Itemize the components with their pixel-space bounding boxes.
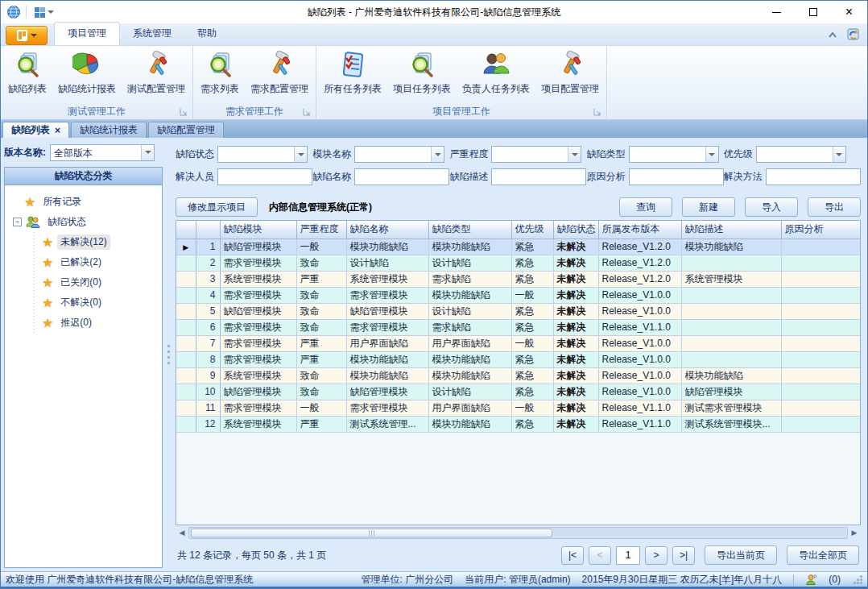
row-selector-cell[interactable] xyxy=(176,351,196,367)
tree-item-已解决(2)[interactable]: ★已解决(2) xyxy=(31,252,159,272)
row-selector-cell[interactable] xyxy=(176,335,196,351)
filter-input-缺陷描述[interactable] xyxy=(491,168,586,185)
cell[interactable]: 模块功能缺陷 xyxy=(428,351,511,367)
doc-tab-缺陷统计报表[interactable]: 缺陷统计报表 xyxy=(71,122,147,138)
doc-tab-缺陷配置管理[interactable]: 缺陷配置管理 xyxy=(148,122,224,138)
ribbon-tab-系统管理[interactable]: 系统管理 xyxy=(120,23,184,45)
cell[interactable]: 未解决 xyxy=(553,384,598,400)
collapse-ribbon-icon[interactable] xyxy=(827,30,838,39)
cell[interactable]: 缺陷管理模块 xyxy=(220,239,296,255)
column-header-所属发布版本[interactable]: 所属发布版本 xyxy=(598,221,681,239)
filter-input-解决人员[interactable] xyxy=(217,168,312,185)
ribbon-button-缺陷统计报表[interactable]: 缺陷统计报表 xyxy=(52,48,122,97)
cell[interactable]: 用户界面缺陷 xyxy=(428,335,511,351)
cell[interactable]: 未解决 xyxy=(553,367,598,384)
cell[interactable]: 严重 xyxy=(296,271,346,287)
column-header-优先级[interactable]: 优先级 xyxy=(511,221,553,239)
cell[interactable]: 未解决 xyxy=(553,303,598,319)
dropdown-button[interactable] xyxy=(568,147,581,162)
ribbon-tab-帮助[interactable]: 帮助 xyxy=(184,23,229,45)
filter-combo-严重程度[interactable] xyxy=(491,146,581,163)
grid-hscrollbar[interactable]: ◀ ▶ xyxy=(176,526,861,539)
hscroll-track[interactable] xyxy=(188,527,848,539)
cell[interactable] xyxy=(781,271,861,287)
table-row[interactable]: 2需求管理模块致命设计缺陷设计缺陷紧急未解决Release_V1.2.0 xyxy=(176,255,861,271)
prev-page-button[interactable]: < xyxy=(589,546,611,565)
cell[interactable]: 一般 xyxy=(511,335,553,351)
column-header-缺陷模块[interactable]: 缺陷模块 xyxy=(220,221,296,239)
cell[interactable]: 模块功能缺陷 xyxy=(428,367,511,384)
cell[interactable]: 致命 xyxy=(296,287,346,303)
cell[interactable] xyxy=(681,287,781,303)
row-selector-cell[interactable] xyxy=(176,271,196,287)
close-tab-icon[interactable]: × xyxy=(55,125,60,136)
cell[interactable]: 模块功能缺陷 xyxy=(428,287,511,303)
column-header-缺陷类型[interactable]: 缺陷类型 xyxy=(428,221,511,239)
cell[interactable]: 模块功能缺陷 xyxy=(346,351,428,367)
table-row[interactable]: 3系统管理模块严重系统管理模块需求缺陷紧急未解决Release_V1.2.0系统… xyxy=(176,271,861,287)
cell[interactable]: 设计缺陷 xyxy=(428,303,511,319)
cell[interactable]: 缺陷管理模块 xyxy=(681,384,781,400)
cell[interactable] xyxy=(781,400,861,416)
cell[interactable]: 一般 xyxy=(296,239,346,255)
cell[interactable] xyxy=(781,367,861,384)
cell[interactable]: 系统管理模块 xyxy=(346,271,428,287)
cell[interactable] xyxy=(681,335,781,351)
cell[interactable]: 需求管理模块 xyxy=(220,287,296,303)
cell[interactable]: 系统管理模块 xyxy=(220,416,296,432)
cell[interactable]: 未解决 xyxy=(553,319,598,335)
scroll-left-icon[interactable]: ◀ xyxy=(176,527,188,539)
quick-access-layout-button[interactable] xyxy=(31,6,57,19)
cell[interactable]: 紧急 xyxy=(511,319,553,335)
cell[interactable]: Release_V1.1.0 xyxy=(598,416,681,432)
cell[interactable]: 系统管理模块 xyxy=(220,367,296,384)
ribbon-button-项目任务列表[interactable]: 项目任务列表 xyxy=(387,48,457,97)
tree-item-推迟(0)[interactable]: ★推迟(0) xyxy=(31,313,159,333)
toolbar-button-查询[interactable]: 查询 xyxy=(619,197,672,217)
ribbon-button-测试配置管理[interactable]: 测试配置管理 xyxy=(122,48,191,97)
dropdown-button[interactable] xyxy=(833,147,845,162)
cell[interactable]: 模块功能缺陷 xyxy=(428,416,511,432)
export-all-pages-button[interactable]: 导出全部页 xyxy=(787,545,859,565)
cell[interactable]: 紧急 xyxy=(511,367,553,384)
row-selector-cell[interactable] xyxy=(176,287,196,303)
tree-item-未解决(12)[interactable]: ★未解决(12) xyxy=(31,232,159,252)
cell[interactable]: 一般 xyxy=(511,400,553,416)
filter-input-缺陷名称[interactable] xyxy=(354,168,449,185)
cell[interactable]: 缺陷管理模块 xyxy=(220,303,296,319)
cell[interactable]: 需求管理模块 xyxy=(220,335,296,351)
cell[interactable]: 需求管理模块 xyxy=(346,319,428,335)
cell[interactable]: 设计缺陷 xyxy=(428,255,511,271)
export-current-page-button[interactable]: 导出当前页 xyxy=(705,545,777,565)
ribbon-button-项目配置管理[interactable]: 项目配置管理 xyxy=(535,48,605,97)
cell[interactable]: 致命 xyxy=(296,255,346,271)
cell[interactable]: 模块功能缺陷 xyxy=(346,367,428,384)
cell[interactable]: Release_V1.1.0 xyxy=(598,400,681,416)
toolbar-button-新建[interactable]: 新建 xyxy=(682,197,735,217)
row-selector-cell[interactable] xyxy=(176,400,196,416)
next-page-button[interactable]: > xyxy=(645,546,668,565)
cell[interactable]: 紧急 xyxy=(511,384,553,400)
cell[interactable]: 缺陷管理模块 xyxy=(220,384,296,400)
cell[interactable]: 设计缺陷 xyxy=(428,384,511,400)
tree-item-defect-status[interactable]: −缺陷状态 xyxy=(13,212,159,232)
tree-item-all-records[interactable]: ★所有记录 xyxy=(24,192,159,212)
cell[interactable]: 模块功能缺陷 xyxy=(428,239,511,255)
row-selector-cell[interactable]: ▶ xyxy=(176,239,196,255)
cell[interactable]: 严重 xyxy=(296,335,346,351)
ribbon-tab-项目管理[interactable]: 项目管理 xyxy=(54,22,120,45)
cell[interactable]: 测试系统管理... xyxy=(346,416,428,432)
cell[interactable]: 模块功能缺陷 xyxy=(681,239,781,255)
filter-input-解决方法[interactable] xyxy=(766,168,861,185)
application-menu-button[interactable] xyxy=(6,26,48,45)
cell[interactable] xyxy=(781,255,861,271)
cell[interactable]: 测试需求管理模块 xyxy=(681,400,781,416)
cell[interactable]: Release_V1.0.0 xyxy=(598,367,681,384)
cell[interactable]: 需求管理模块 xyxy=(346,287,428,303)
cell[interactable] xyxy=(681,303,781,319)
cell[interactable]: Release_V1.2.0 xyxy=(598,255,681,271)
row-selector-cell[interactable] xyxy=(176,255,196,271)
cell[interactable]: Release_V1.0.0 xyxy=(598,351,681,367)
scroll-right-icon[interactable]: ▶ xyxy=(848,527,861,539)
row-selector-cell[interactable] xyxy=(176,319,196,335)
